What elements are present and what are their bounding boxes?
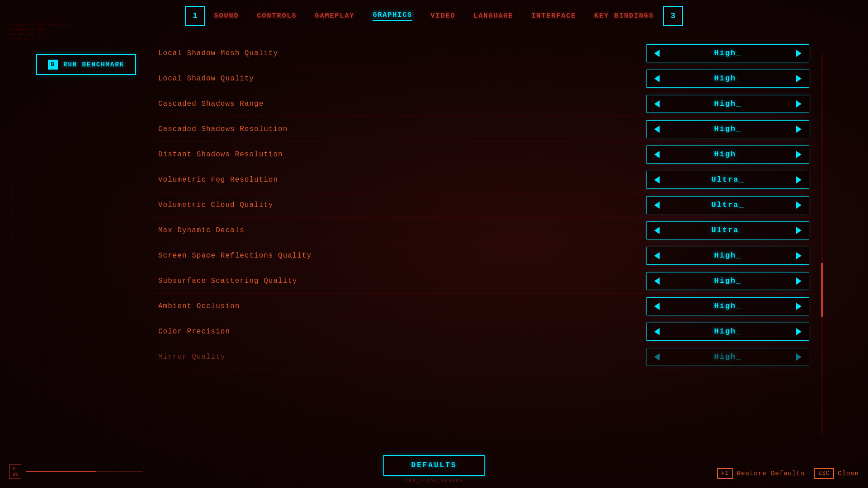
setting-arrow-left-11[interactable] — [647, 323, 667, 340]
scrollbar-track[interactable] — [821, 54, 823, 434]
setting-control-9: High_ — [646, 272, 809, 290]
setting-arrow-left-1[interactable] — [647, 70, 667, 87]
setting-arrow-right-3[interactable] — [789, 121, 809, 138]
setting-control-1: High_ — [646, 70, 809, 88]
value-cursor: _ — [736, 99, 741, 108]
setting-arrow-left-5[interactable] — [647, 171, 667, 188]
f1-key[interactable]: F1 — [717, 468, 733, 479]
setting-arrow-left-4[interactable] — [647, 146, 667, 163]
setting-arrow-left-10[interactable] — [647, 298, 667, 315]
right-arrow-icon — [796, 252, 802, 259]
restore-defaults-label: Restore Defaults — [737, 470, 805, 477]
left-arrow-icon — [654, 75, 660, 82]
setting-row-6: Volumetric Cloud QualityUltra_ — [154, 192, 814, 218]
setting-value-9: High_ — [667, 277, 789, 285]
left-arrow-icon — [654, 277, 660, 285]
run-benchmark-button[interactable]: B RUN BENCHMARK — [36, 54, 136, 75]
top-navigation: 1 SOUNDCONTROLSGAMEPLAYGRAPHICSVIDEOLANG… — [0, 0, 868, 32]
setting-arrow-right-1[interactable] — [789, 70, 809, 87]
nav-bracket-left: 1 — [185, 6, 205, 26]
nav-item-gameplay[interactable]: GAMEPLAY — [315, 12, 354, 20]
nav-item-controls[interactable]: CONTROLS — [257, 12, 297, 20]
setting-row-3: Cascaded Shadows ResolutionHigh_ — [154, 117, 814, 142]
setting-value-8: High_ — [667, 251, 789, 260]
nav-item-video[interactable]: VIDEO — [430, 12, 455, 20]
value-cursor: _ — [736, 74, 741, 83]
setting-value-5: Ultra_ — [667, 175, 789, 184]
setting-arrow-left-12[interactable] — [647, 348, 667, 366]
left-arrow-icon — [654, 328, 660, 335]
setting-row-12: Mirror QualityHigh_ — [154, 344, 814, 370]
setting-label-12: Mirror Quality — [158, 353, 646, 361]
setting-value-11: High_ — [667, 327, 789, 336]
setting-arrow-right-10[interactable] — [789, 298, 809, 315]
nav-item-keybindings[interactable]: KEY BINDINGS — [594, 12, 654, 20]
nav-item-interface[interactable]: INTERFACE — [532, 12, 576, 20]
setting-label-10: Ambient Occlusion — [158, 302, 646, 310]
setting-arrow-left-3[interactable] — [647, 121, 667, 138]
value-cursor: _ — [736, 302, 741, 310]
benchmark-key: B — [48, 60, 58, 70]
left-arrow-icon — [654, 50, 660, 57]
esc-key[interactable]: ESC — [814, 468, 834, 479]
nav-item-language[interactable]: LANGUAGE — [474, 12, 514, 20]
right-arrow-icon — [796, 202, 802, 209]
setting-value-1: High_ — [667, 74, 789, 83]
setting-value-12: High_ — [667, 352, 789, 361]
setting-label-7: Max Dynamic Decals — [158, 226, 646, 235]
setting-arrow-left-7[interactable] — [647, 222, 667, 239]
setting-value-0: High_ — [667, 49, 789, 57]
version-info: V 85 — [9, 465, 143, 479]
right-arrow-icon — [796, 151, 802, 158]
right-arrow-icon — [796, 50, 802, 57]
nav-item-graphics[interactable]: GRAPHICS — [373, 11, 412, 21]
setting-value-10: High_ — [667, 302, 789, 310]
setting-control-5: Ultra_ — [646, 171, 809, 189]
setting-arrow-left-0[interactable] — [647, 45, 667, 62]
setting-control-12: High_ — [646, 348, 809, 366]
value-cursor: _ — [736, 150, 741, 159]
setting-row-7: Max Dynamic DecalsUltra_ — [154, 218, 814, 243]
settings-panel: Local Shadow Mesh QualityHigh_Local Shad… — [154, 32, 814, 443]
setting-row-2: Cascaded Shadows RangeHigh_ — [154, 91, 814, 117]
setting-row-8: Screen Space Reflections QualityHigh_ — [154, 243, 814, 268]
right-arrow-icon — [796, 277, 802, 285]
setting-label-5: Volumetric Fog Resolution — [158, 176, 646, 184]
left-arrow-icon — [654, 151, 660, 158]
left-arrow-icon — [654, 252, 660, 259]
setting-arrow-right-7[interactable] — [789, 222, 809, 239]
setting-value-4: High_ — [667, 150, 789, 159]
setting-arrow-right-5[interactable] — [789, 171, 809, 188]
setting-arrow-left-9[interactable] — [647, 272, 667, 290]
setting-arrow-right-2[interactable] — [789, 95, 809, 113]
setting-label-2: Cascaded Shadows Range — [158, 100, 646, 108]
scrollbar-thumb[interactable] — [821, 263, 823, 317]
version-progress-bar — [26, 471, 143, 472]
close-label: Close — [838, 470, 859, 477]
setting-control-7: Ultra_ — [646, 221, 809, 239]
setting-arrow-right-11[interactable] — [789, 323, 809, 340]
value-cursor: _ — [739, 175, 744, 184]
left-arrow-icon — [654, 303, 660, 310]
setting-arrow-left-6[interactable] — [647, 197, 667, 214]
left-arrow-icon — [654, 353, 660, 361]
nav-item-sound[interactable]: SOUND — [214, 12, 239, 20]
setting-arrow-right-9[interactable] — [789, 272, 809, 290]
left-arrow-icon — [654, 202, 660, 209]
nav-items-container: SOUNDCONTROLSGAMEPLAYGRAPHICSVIDEOLANGUA… — [214, 11, 654, 21]
setting-arrow-right-12[interactable] — [789, 348, 809, 366]
setting-arrow-right-6[interactable] — [789, 197, 809, 214]
setting-control-6: Ultra_ — [646, 196, 809, 214]
setting-label-4: Distant Shadows Resolution — [158, 150, 646, 159]
setting-row-10: Ambient OcclusionHigh_ — [154, 294, 814, 319]
setting-arrow-left-8[interactable] — [647, 247, 667, 264]
setting-control-0: High_ — [646, 44, 809, 62]
defaults-button[interactable]: DEFAULTS — [383, 455, 485, 476]
benchmark-label: RUN BENCHMARK — [63, 61, 124, 68]
left-arrow-icon — [654, 227, 660, 234]
setting-arrow-right-0[interactable] — [789, 45, 809, 62]
setting-arrow-right-4[interactable] — [789, 146, 809, 163]
setting-arrow-left-2[interactable] — [647, 95, 667, 113]
setting-arrow-right-8[interactable] — [789, 247, 809, 264]
left-decoration-text: GRAPHICS SETTINGS MODULE — [9, 181, 13, 248]
